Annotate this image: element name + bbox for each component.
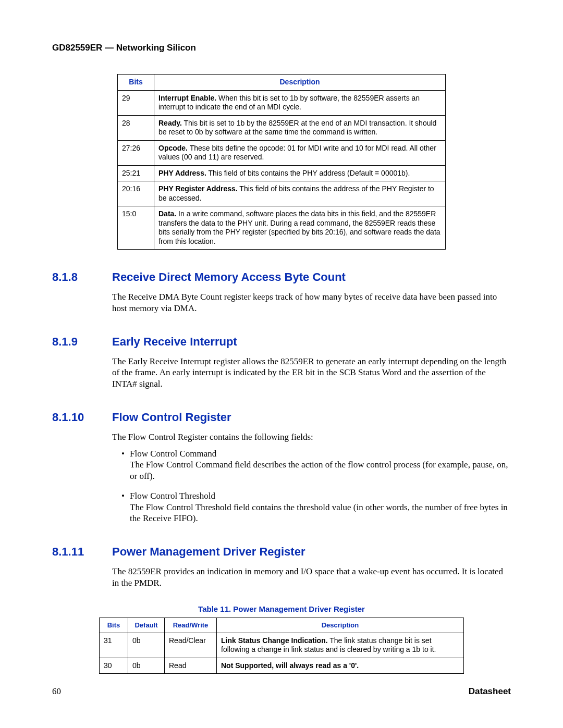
- section-title: Flow Control Register: [112, 411, 231, 424]
- cell: Read/Clear: [165, 633, 217, 658]
- table-row: 15:0Data. In a write command, software p…: [118, 206, 446, 250]
- th-bits: Bits: [118, 75, 154, 91]
- paragraph: The 82559ER provides an indication in me…: [112, 566, 511, 589]
- cell-desc: PHY Register Address. This field of bits…: [154, 181, 446, 206]
- cell-bits: 15:0: [118, 206, 154, 250]
- cell-desc: PHY Address. This field of bits contains…: [154, 165, 446, 181]
- page-footer: 60 Datasheet: [52, 686, 511, 697]
- table-row: 28Ready. This bit is set to 1b by the 82…: [118, 115, 446, 140]
- list-item: Flow Control ThresholdThe Flow Control T…: [121, 490, 511, 524]
- th-default: Default: [128, 618, 165, 633]
- section-body: The Flow Control Register contains the f…: [112, 431, 511, 524]
- section-heading: 8.1.10Flow Control Register: [52, 411, 511, 424]
- section-title: Power Management Driver Register: [112, 545, 305, 559]
- section-heading: 8.1.9Early Receive Interrupt: [52, 335, 511, 349]
- paragraph: The Receive DMA Byte Count register keep…: [112, 291, 511, 314]
- section-title: Early Receive Interrupt: [112, 335, 237, 349]
- table-row: 20:16PHY Register Address. This field of…: [118, 181, 446, 206]
- cell: 0b: [128, 658, 165, 674]
- pmdr-table: Bits Default Read/Write Description 310b…: [99, 618, 464, 674]
- bullet-list: Flow Control CommandThe Flow Control Com…: [121, 448, 511, 525]
- th-desc: Description: [154, 75, 446, 91]
- th-rw: Read/Write: [165, 618, 217, 633]
- cell-bits: 28: [118, 115, 154, 140]
- section-number: 8.1.9: [52, 335, 112, 349]
- cell-bits: 25:21: [118, 165, 154, 181]
- list-item: Flow Control CommandThe Flow Control Com…: [121, 448, 511, 482]
- paragraph: The Flow Control Register contains the f…: [112, 431, 511, 443]
- page-header: GD82559ER — Networking Silicon: [52, 43, 511, 53]
- cell-bits: 20:16: [118, 181, 154, 206]
- section-title: Receive Direct Memory Access Byte Count: [112, 270, 346, 284]
- section-body: The Early Receive Interrupt register all…: [112, 356, 511, 390]
- cell-desc: Data. In a write command, software place…: [154, 206, 446, 250]
- section-body: The Receive DMA Byte Count register keep…: [112, 291, 511, 314]
- table-caption: Table 11. Power Management Driver Regist…: [52, 604, 511, 613]
- th-desc: Description: [217, 618, 464, 633]
- table-row: 27:26Opcode. These bits define the opcod…: [118, 140, 446, 165]
- section-number: 8.1.11: [52, 545, 112, 559]
- page-number: 60: [52, 686, 61, 697]
- cell: Read: [165, 658, 217, 674]
- cell: 30: [100, 658, 128, 674]
- cell-desc: Interrupt Enable. When this bit is set t…: [154, 90, 446, 115]
- cell-bits: 27:26: [118, 140, 154, 165]
- section-number: 8.1.8: [52, 270, 112, 284]
- table-row: 310bRead/ClearLink Status Change Indicat…: [100, 633, 464, 658]
- cell-desc: Link Status Change Indication. The link …: [217, 633, 464, 658]
- cell-bits: 29: [118, 90, 154, 115]
- register-bits-table: Bits Description 29Interrupt Enable. Whe…: [117, 74, 446, 250]
- section-heading: 8.1.8Receive Direct Memory Access Byte C…: [52, 270, 511, 284]
- th-bits: Bits: [100, 618, 128, 633]
- section-number: 8.1.10: [52, 411, 112, 424]
- section-body: The 82559ER provides an indication in me…: [112, 566, 511, 589]
- cell-desc: Opcode. These bits define the opcode: 01…: [154, 140, 446, 165]
- cell-desc: Not Supported, will always read as a '0'…: [217, 658, 464, 674]
- cell: 31: [100, 633, 128, 658]
- cell-desc: Ready. This bit is set to 1b by the 8255…: [154, 115, 446, 140]
- table-row: 25:21PHY Address. This field of bits con…: [118, 165, 446, 181]
- paragraph: The Early Receive Interrupt register all…: [112, 356, 511, 390]
- table-row: 300bReadNot Supported, will always read …: [100, 658, 464, 674]
- section-heading: 8.1.11Power Management Driver Register: [52, 545, 511, 559]
- footer-label: Datasheet: [469, 686, 511, 697]
- table-row: 29Interrupt Enable. When this bit is set…: [118, 90, 446, 115]
- cell: 0b: [128, 633, 165, 658]
